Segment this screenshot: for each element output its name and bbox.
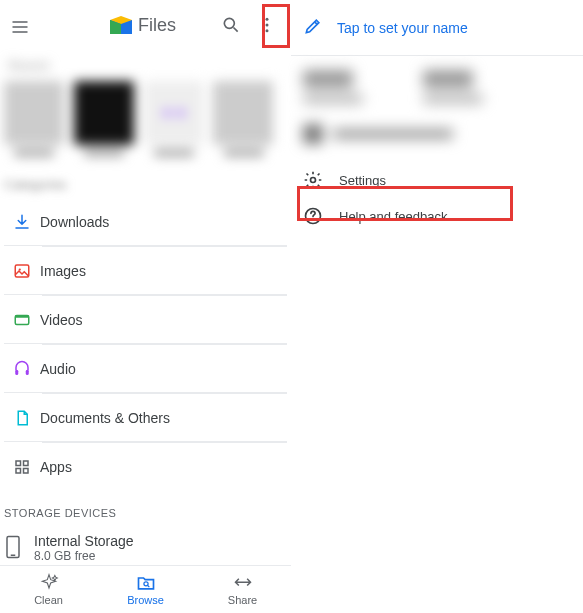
svg-rect-13: [26, 369, 29, 374]
nav-label: Clean: [34, 594, 63, 606]
app-title: Files: [138, 15, 176, 36]
nav-clean[interactable]: Clean: [0, 566, 97, 613]
category-documents[interactable]: Documents & Others: [4, 394, 287, 442]
folder-search-icon: [136, 573, 156, 593]
svg-rect-11: [15, 315, 29, 317]
gear-icon: [303, 170, 323, 190]
svg-point-6: [266, 24, 269, 27]
share-arrows-icon: [233, 573, 253, 593]
svg-point-3: [224, 18, 234, 28]
category-label: Audio: [40, 361, 76, 377]
edit-pencil-icon[interactable]: [303, 16, 323, 39]
stats-section-blurred: [291, 56, 583, 156]
category-downloads[interactable]: Downloads: [4, 198, 287, 246]
apps-icon: [4, 458, 40, 476]
category-audio[interactable]: Audio: [4, 345, 287, 393]
svg-rect-12: [15, 369, 18, 374]
help-icon: [303, 206, 323, 226]
app-header: Files: [0, 0, 291, 50]
svg-point-20: [143, 582, 147, 586]
nav-label: Share: [228, 594, 257, 606]
image-icon: [4, 262, 40, 280]
phone-storage-icon: [4, 535, 22, 562]
category-label: Documents & Others: [40, 410, 170, 426]
menu-label: Help and feedback: [339, 209, 447, 224]
files-logo-icon: [110, 16, 132, 34]
svg-rect-19: [11, 554, 16, 556]
menu-settings[interactable]: Settings: [291, 162, 583, 198]
svg-rect-16: [16, 469, 21, 474]
categories-list: Downloads Images Videos Audio: [0, 198, 291, 491]
svg-point-22: [311, 178, 316, 183]
category-images[interactable]: Images: [4, 247, 287, 295]
category-label: Images: [40, 263, 86, 279]
document-icon: [4, 409, 40, 427]
sparkle-icon: [39, 573, 59, 593]
svg-line-4: [234, 28, 238, 32]
svg-rect-18: [7, 536, 19, 557]
category-label: Videos: [40, 312, 83, 328]
menu-help[interactable]: Help and feedback: [291, 198, 583, 234]
bottom-nav: Clean Browse Share: [0, 565, 291, 613]
svg-rect-14: [16, 461, 21, 466]
svg-line-21: [147, 586, 149, 588]
storage-devices-header: STORAGE DEVICES: [0, 491, 291, 529]
more-menu-icon[interactable]: [249, 7, 285, 43]
profile-header: Tap to set your name: [291, 0, 583, 56]
recent-section-blurred: Recent: [0, 50, 291, 165]
download-icon: [4, 213, 40, 231]
video-icon: [4, 311, 40, 329]
storage-free-space: 8.0 GB free: [34, 549, 134, 563]
app-logo-title: Files: [110, 15, 176, 36]
storage-name: Internal Storage: [34, 533, 134, 549]
hamburger-menu-icon[interactable]: [6, 13, 30, 37]
category-apps[interactable]: Apps: [4, 443, 287, 491]
profile-menu-panel: Tap to set your name Settings Help and f…: [291, 0, 583, 613]
svg-rect-17: [24, 469, 29, 474]
nav-browse[interactable]: Browse: [97, 566, 194, 613]
audio-icon: [4, 360, 40, 378]
category-label: Apps: [40, 459, 72, 475]
search-icon[interactable]: [213, 7, 249, 43]
nav-share[interactable]: Share: [194, 566, 291, 613]
svg-rect-15: [24, 461, 29, 466]
svg-point-24: [312, 219, 314, 221]
nav-label: Browse: [127, 594, 164, 606]
internal-storage-row[interactable]: Internal Storage 8.0 GB free: [0, 529, 291, 563]
set-name-link[interactable]: Tap to set your name: [337, 20, 468, 36]
menu-label: Settings: [339, 173, 386, 188]
files-app-panel: Files Recent Categories Downloads: [0, 0, 291, 613]
categories-header-blurred: Categories: [0, 165, 291, 198]
category-videos[interactable]: Videos: [4, 296, 287, 344]
svg-point-5: [266, 18, 269, 21]
overflow-menu: Settings Help and feedback: [291, 156, 583, 234]
category-label: Downloads: [40, 214, 109, 230]
svg-point-7: [266, 29, 269, 32]
